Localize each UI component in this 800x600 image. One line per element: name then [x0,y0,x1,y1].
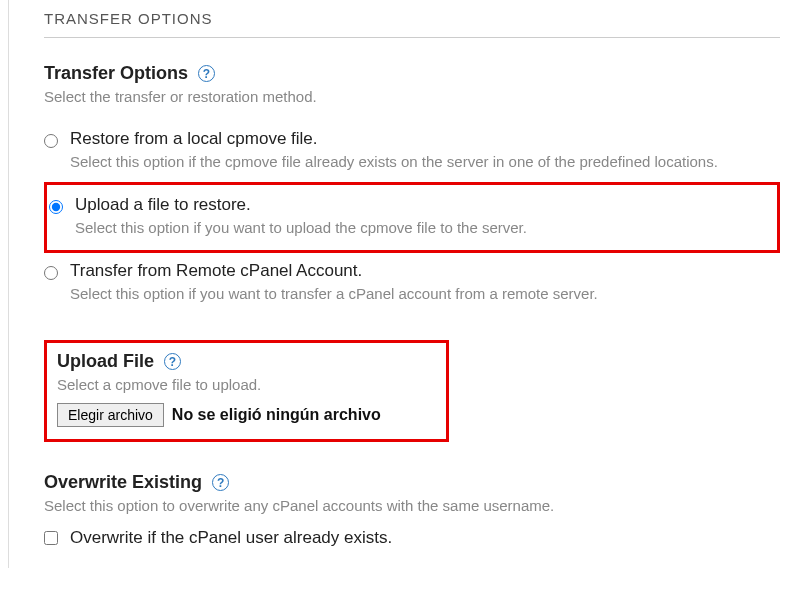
transfer-options-group: Transfer Options ? Select the transfer o… [44,63,780,312]
overwrite-group: Overwrite Existing ? Select this option … [44,472,780,548]
radio-desc: Select this option if you want to upload… [75,217,771,238]
overwrite-subtext: Select this option to overwrite any cPan… [44,497,780,514]
radio-label: Transfer from Remote cPanel Account. [70,261,780,281]
transfer-options-heading: Transfer Options ? [44,63,215,84]
transfer-options-subtext: Select the transfer or restoration metho… [44,88,780,105]
help-icon[interactable]: ? [164,353,181,370]
radio-content: Transfer from Remote cPanel Account. Sel… [70,261,780,304]
radio-label: Upload a file to restore. [75,195,771,215]
help-icon[interactable]: ? [212,474,229,491]
section-title: TRANSFER OPTIONS [44,10,780,38]
overwrite-checkbox-row[interactable]: Overwrite if the cPanel user already exi… [44,528,780,548]
radio-content: Upload a file to restore. Select this op… [75,195,771,238]
upload-file-group: Upload File ? Select a cpmove file to up… [44,340,449,442]
radio-content: Restore from a local cpmove file. Select… [70,129,780,172]
transfer-radio-group: Restore from a local cpmove file. Select… [44,123,780,312]
radio-desc: Select this option if you want to transf… [70,283,780,304]
radio-desc: Select this option if the cpmove file al… [70,151,780,172]
help-icon[interactable]: ? [198,65,215,82]
radio-label: Restore from a local cpmove file. [70,129,780,149]
upload-file-heading: Upload File ? [57,351,181,372]
overwrite-heading: Overwrite Existing ? [44,472,229,493]
file-chooser: Elegir archivo No se eligió ningún archi… [57,403,381,427]
radio-option-restore-local[interactable]: Restore from a local cpmove file. Select… [44,123,780,180]
overwrite-checkbox-label: Overwrite if the cPanel user already exi… [70,528,392,548]
radio-option-upload[interactable]: Upload a file to restore. Select this op… [49,189,771,246]
transfer-options-heading-text: Transfer Options [44,63,188,84]
radio-restore-local[interactable] [44,134,58,148]
overwrite-heading-text: Overwrite Existing [44,472,202,493]
overwrite-checkbox[interactable] [44,531,58,545]
radio-option-remote[interactable]: Transfer from Remote cPanel Account. Sel… [44,255,780,312]
file-status-text: No se eligió ningún archivo [172,406,381,424]
highlight-box-upload-option: Upload a file to restore. Select this op… [44,182,780,253]
upload-file-heading-text: Upload File [57,351,154,372]
radio-remote[interactable] [44,266,58,280]
radio-upload[interactable] [49,200,63,214]
choose-file-button[interactable]: Elegir archivo [57,403,164,427]
upload-file-subtext: Select a cpmove file to upload. [57,376,436,393]
